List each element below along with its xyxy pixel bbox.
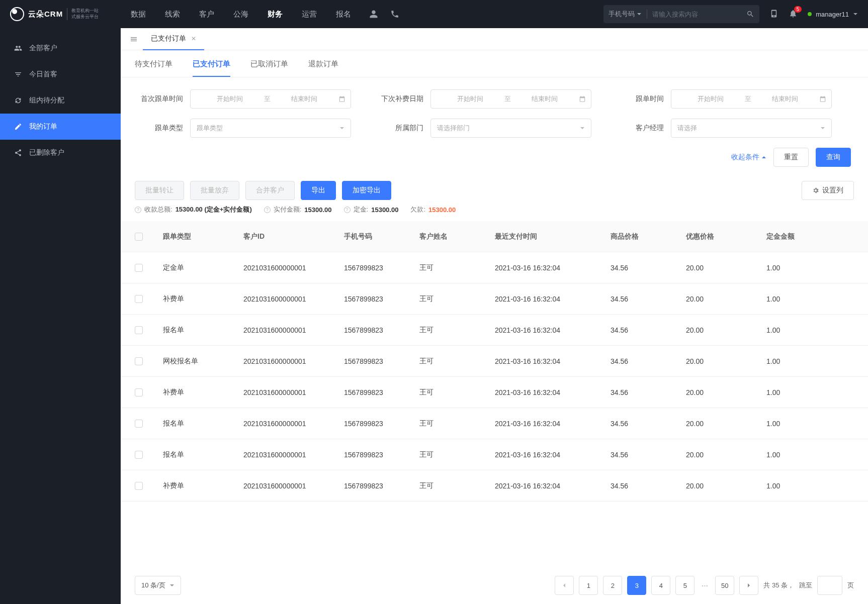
- search-input[interactable]: [652, 11, 746, 18]
- subtab[interactable]: 已取消订单: [250, 59, 288, 77]
- close-icon[interactable]: ✕: [191, 35, 196, 42]
- col-header: 跟单类型: [163, 232, 243, 241]
- sidebar-item[interactable]: 组内待分配: [0, 87, 121, 114]
- set-cols-button[interactable]: 设置列: [802, 181, 854, 200]
- page-num[interactable]: 4: [651, 576, 670, 595]
- cell-phone: 1567899823: [344, 326, 419, 334]
- device-icon[interactable]: [769, 9, 778, 20]
- user-menu[interactable]: manager11: [808, 11, 858, 18]
- top-nav-item[interactable]: 运营: [302, 10, 317, 19]
- table-row[interactable]: 补费单20210316000000011567899823王可2021-03-1…: [121, 377, 868, 408]
- cell-cid: 2021031600000001: [243, 451, 344, 459]
- page-num[interactable]: 1: [579, 576, 598, 595]
- table-row[interactable]: 报名单20210316000000011567899823王可2021-03-1…: [121, 315, 868, 346]
- page-num[interactable]: 3: [627, 576, 646, 595]
- bell-icon[interactable]: 5: [789, 9, 798, 20]
- page-last[interactable]: 50: [715, 576, 734, 595]
- row-checkbox[interactable]: [135, 482, 143, 490]
- table-row[interactable]: 报名单20210316000000011567899823王可2021-03-1…: [121, 408, 868, 439]
- dept-select[interactable]: 请选择部门: [430, 119, 591, 138]
- cell-type: 报名单: [163, 326, 243, 335]
- table-row[interactable]: 补费单20210316000000011567899823王可2021-03-1…: [121, 283, 868, 315]
- row-checkbox[interactable]: [135, 326, 143, 334]
- table-row[interactable]: 补费单20210316000000011567899823王可2021-03-1…: [121, 470, 868, 501]
- sidebar-item[interactable]: 已删除客户: [0, 140, 121, 166]
- page-num[interactable]: 2: [603, 576, 622, 595]
- top-nav-item[interactable]: 公海: [233, 10, 248, 19]
- cell-price: 34.56: [611, 264, 686, 272]
- batch-abandon-button[interactable]: 批量放弃: [190, 181, 239, 200]
- merge-button[interactable]: 合并客户: [245, 181, 295, 200]
- subtab[interactable]: 退款订单: [308, 59, 338, 77]
- summary: ?收款总额: 15300.00 (定金+实付金额) ?实付金额: 15300.0…: [121, 205, 868, 221]
- sidebar-item[interactable]: 全部客户: [0, 35, 121, 61]
- menu-toggle[interactable]: [125, 35, 143, 43]
- follow-type-select[interactable]: 跟单类型: [190, 119, 351, 138]
- row-checkbox[interactable]: [135, 264, 143, 272]
- follow-time-range[interactable]: 开始时间 至 结束时间: [671, 89, 832, 109]
- row-checkbox[interactable]: [135, 388, 143, 396]
- cell-price: 34.56: [611, 388, 686, 396]
- help-icon[interactable]: ?: [135, 207, 141, 213]
- table-row[interactable]: 报名单20210316000000011567899823王可2021-03-1…: [121, 439, 868, 470]
- cell-cid: 2021031600000001: [243, 482, 344, 490]
- top-nav-item[interactable]: 财务: [268, 10, 283, 19]
- select-all-checkbox[interactable]: [135, 233, 143, 241]
- cell-phone: 1567899823: [344, 482, 419, 490]
- subtab[interactable]: 已支付订单: [193, 59, 230, 77]
- first-follow-range[interactable]: 开始时间 至 结束时间: [190, 89, 351, 109]
- top-nav-item[interactable]: 数据: [131, 10, 146, 19]
- cell-time: 2021-03-16 16:32:04: [495, 482, 611, 490]
- sidebar-item-label: 全部客户: [29, 44, 57, 53]
- export-button[interactable]: 导出: [301, 181, 336, 200]
- sidebar-item[interactable]: 我的订单: [0, 114, 121, 140]
- reset-button[interactable]: 重置: [773, 148, 809, 167]
- search-type[interactable]: 手机号码: [609, 10, 642, 19]
- row-checkbox[interactable]: [135, 420, 143, 428]
- page-prev[interactable]: [555, 576, 574, 595]
- row-checkbox[interactable]: [135, 451, 143, 459]
- search-icon[interactable]: [746, 10, 754, 18]
- phone-icon[interactable]: [390, 10, 399, 19]
- jump-input[interactable]: [817, 576, 842, 595]
- table-row[interactable]: 定金单20210316000000011567899823王可2021-03-1…: [121, 252, 868, 283]
- query-button[interactable]: 查询: [816, 148, 851, 167]
- page-tab[interactable]: 已支付订单 ✕: [143, 28, 204, 50]
- chevron-up-icon: [761, 155, 766, 160]
- top-nav-item[interactable]: 客户: [199, 10, 214, 19]
- row-checkbox[interactable]: [135, 357, 143, 365]
- refresh-icon: [14, 96, 22, 105]
- logo: 云朵CRM 教育机构一站 式服务云平台: [10, 7, 111, 21]
- batch-transfer-button[interactable]: 批量转让: [135, 181, 184, 200]
- page-size-select[interactable]: 10 条/页: [135, 576, 181, 595]
- cell-deposit: 1.00: [766, 326, 842, 334]
- cell-phone: 1567899823: [344, 420, 419, 428]
- table-row[interactable]: 网校报名单20210316000000011567899823王可2021-03…: [121, 346, 868, 377]
- enc-export-button[interactable]: 加密导出: [342, 181, 391, 200]
- manager-select[interactable]: 请选择: [671, 119, 832, 138]
- top-nav-item[interactable]: 线索: [165, 10, 180, 19]
- top-nav-item[interactable]: 报名: [336, 10, 351, 19]
- row-checkbox[interactable]: [135, 295, 143, 303]
- subtab[interactable]: 待支付订单: [135, 59, 172, 77]
- help-icon[interactable]: ?: [344, 207, 351, 213]
- filter-label: 所属部门: [375, 124, 423, 133]
- sidebar-item-label: 今日首客: [29, 70, 57, 79]
- cell-name: 王可: [419, 481, 495, 490]
- page-next[interactable]: [739, 576, 758, 595]
- user-icon[interactable]: [369, 10, 378, 19]
- tabbar: 已支付订单 ✕: [121, 28, 868, 50]
- page-num[interactable]: 5: [675, 576, 695, 595]
- cell-cid: 2021031600000001: [243, 264, 344, 272]
- sidebar-item[interactable]: 今日首客: [0, 61, 121, 87]
- brand-sub: 教育机构一站 式服务云平台: [67, 8, 99, 20]
- cell-name: 王可: [419, 263, 495, 272]
- cell-discount: 20.00: [686, 451, 766, 459]
- next-fee-range[interactable]: 开始时间 至 结束时间: [430, 89, 591, 109]
- collapse-filters[interactable]: 收起条件: [731, 153, 766, 162]
- edit-icon: [14, 123, 22, 131]
- cell-deposit: 1.00: [766, 295, 842, 303]
- cell-price: 34.56: [611, 326, 686, 334]
- sidebar: 全部客户今日首客组内待分配我的订单已删除客户: [0, 28, 121, 604]
- help-icon[interactable]: ?: [264, 207, 271, 213]
